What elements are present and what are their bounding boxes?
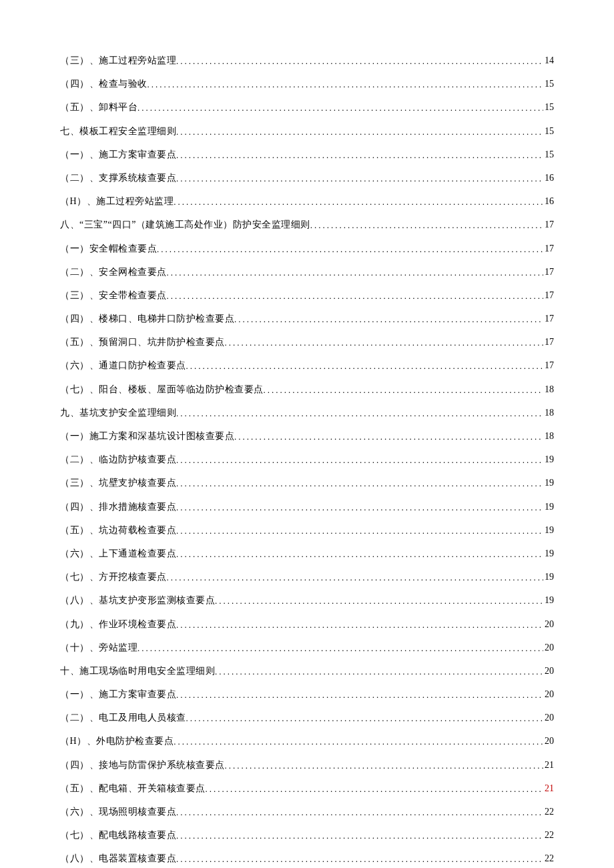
toc-leader-dots: [225, 759, 544, 773]
toc-entry-label: （九）、作业环境检查要点: [60, 617, 176, 631]
toc-entry: （四）、接地与防雷保护系统核查要点21: [60, 758, 554, 772]
table-of-contents: （三）、施工过程旁站监理14（四）、检查与验收15（五）、卸料平台15七、模板工…: [60, 53, 554, 868]
toc-entry-label: （二）、临边防护核查要点: [60, 452, 176, 466]
toc-entry: 九、基坑支护安全监理细则18: [60, 406, 554, 420]
toc-entry-label: 七、模板工程安全监理细则: [60, 124, 176, 138]
toc-entry-page: 20: [543, 711, 554, 725]
toc-entry-page: 19: [543, 476, 554, 490]
toc-leader-dots: [174, 195, 543, 209]
toc-entry-page: 16: [543, 171, 554, 185]
toc-entry-label: （四）、楼梯口、电梯井口防护检查要点: [60, 312, 234, 326]
toc-leader-dots: [225, 336, 544, 350]
toc-entry: （二）、电工及用电人员核查20: [60, 711, 554, 725]
toc-entry: 八、“三宝”“四口”（建筑施工高处作业）防护安全监理细则17: [60, 218, 554, 232]
toc-leader-dots: [137, 642, 543, 655]
toc-entry-label: （一）安全帽检查要点: [60, 242, 157, 256]
toc-leader-dots: [186, 712, 544, 725]
toc-leader-dots: [137, 101, 543, 115]
toc-leader-dots: [174, 735, 543, 749]
toc-entry: （四）、检查与验收15: [60, 77, 554, 91]
toc-leader-dots: [176, 689, 543, 702]
toc-leader-dots: [167, 571, 544, 584]
toc-entry: （一）、施工方案审查要点15: [60, 147, 554, 161]
toc-leader-dots: [176, 829, 543, 843]
toc-leader-dots: [176, 618, 543, 632]
toc-entry-label: （四）、检查与验收: [60, 77, 147, 91]
toc-entry-page: 18: [543, 429, 554, 443]
toc-entry-page: 15: [543, 147, 554, 161]
toc-leader-dots: [176, 149, 543, 162]
toc-leader-dots: [157, 243, 543, 256]
toc-entry: （五）、配电箱、开关箱核查要点21: [60, 781, 554, 795]
toc-leader-dots: [176, 524, 543, 538]
toc-leader-dots: [176, 172, 543, 185]
toc-entry: （H）、施工过程旁站监理16: [60, 194, 554, 208]
toc-entry: （七）、配电线路核查要点22: [60, 828, 554, 842]
toc-leader-dots: [176, 853, 543, 866]
toc-entry-label: （三）、施工过程旁站监理: [60, 53, 176, 67]
toc-leader-dots: [147, 78, 544, 91]
toc-leader-dots: [176, 501, 543, 514]
toc-entry-page: 20: [543, 664, 554, 678]
toc-entry: （五）、卸料平台15: [60, 100, 554, 114]
toc-entry-label: （一）、施工方案审查要点: [60, 687, 176, 701]
toc-leader-dots: [176, 806, 543, 819]
toc-entry-page: 15: [543, 100, 554, 114]
toc-entry: （五）、预留洞口、坑井防护检查要点17: [60, 335, 554, 349]
toc-entry-label: （H）、施工过程旁站监理: [60, 194, 174, 208]
toc-entry: 七、模板工程安全监理细则15: [60, 124, 554, 138]
toc-entry-label: （三）、坑壁支护核查要点: [60, 476, 176, 490]
toc-entry: （八）、基坑支护变形监测核查要点19: [60, 593, 554, 607]
toc-entry-page: 21: [543, 781, 554, 795]
toc-entry: （一）安全帽检查要点17: [60, 242, 554, 256]
toc-entry: （九）、作业环境检查要点20: [60, 617, 554, 631]
toc-entry-page: 17: [543, 265, 554, 279]
toc-entry: （一）、施工方案审查要点20: [60, 687, 554, 701]
toc-entry-label: （三）、安全带检查要点: [60, 288, 167, 302]
toc-entry-page: 15: [543, 124, 554, 138]
toc-entry-label: （八）、基坑支护变形监测核查要点: [60, 593, 215, 607]
toc-entry-page: 17: [543, 335, 554, 349]
toc-entry-label: （二）、安全网检查要点: [60, 265, 167, 279]
toc-entry-label: （五）、配电箱、开关箱核查要点: [60, 781, 206, 795]
toc-entry-label: （一）施工方案和深基坑设计图核查要点: [60, 429, 234, 443]
toc-entry: （六）、现场照明核查要点22: [60, 805, 554, 819]
toc-entry-page: 19: [543, 570, 554, 584]
toc-leader-dots: [176, 454, 543, 467]
toc-entry-page: 17: [543, 218, 554, 232]
toc-entry: （八）、电器装置核查要点22: [60, 851, 554, 865]
toc-leader-dots: [215, 665, 543, 679]
toc-entry-page: 19: [543, 593, 554, 607]
toc-leader-dots: [176, 477, 543, 490]
toc-entry-label: （五）、坑边荷载检查要点: [60, 523, 176, 537]
toc-entry-label: （五）、预留洞口、坑井防护检查要点: [60, 335, 225, 349]
toc-leader-dots: [206, 783, 544, 796]
toc-entry-label: （六）、现场照明核查要点: [60, 805, 176, 819]
toc-entry: （三）、安全带检查要点17: [60, 288, 554, 302]
toc-entry-page: 22: [543, 828, 554, 842]
toc-entry: （四）、楼梯口、电梯井口防护检查要点17: [60, 312, 554, 326]
toc-entry-page: 18: [543, 406, 554, 420]
toc-leader-dots: [234, 313, 543, 326]
toc-entry-page: 15: [543, 77, 554, 91]
toc-entry-page: 22: [543, 805, 554, 819]
toc-entry: （三）、施工过程旁站监理14: [60, 53, 554, 67]
toc-entry-page: 21: [543, 758, 554, 772]
toc-entry-label: （四）、排水措施核查要点: [60, 500, 176, 514]
toc-entry-label: （七）、配电线路核查要点: [60, 828, 176, 842]
toc-entry-label: （二）、电工及用电人员核查: [60, 711, 186, 725]
toc-leader-dots: [167, 290, 544, 303]
toc-leader-dots: [215, 594, 543, 608]
toc-entry: （六）、通道口防护检查要点17: [60, 358, 554, 372]
toc-leader-dots: [176, 125, 543, 139]
toc-leader-dots: [176, 55, 543, 68]
toc-entry-page: 17: [543, 288, 554, 302]
toc-leader-dots: [234, 430, 543, 444]
toc-leader-dots: [167, 266, 544, 280]
toc-entry-label: （一）、施工方案审查要点: [60, 147, 176, 161]
toc-leader-dots: [310, 219, 543, 232]
toc-entry-page: 19: [543, 523, 554, 537]
toc-entry-label: （四）、接地与防雷保护系统核查要点: [60, 758, 225, 772]
toc-entry-page: 14: [543, 53, 554, 67]
toc-entry-label: 十、施工现场临时用电安全监理细则: [60, 664, 215, 678]
